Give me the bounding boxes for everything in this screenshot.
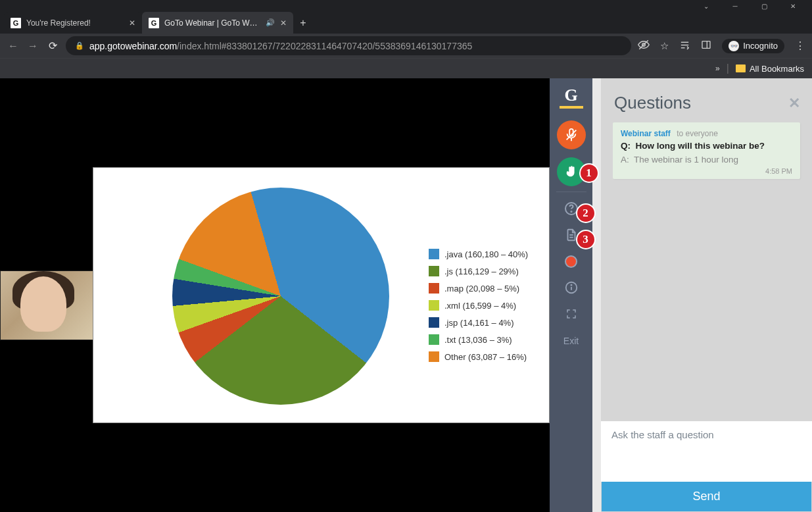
webinar-sidebar: G 1 2 3: [550, 78, 592, 512]
legend-label: .xml (16,599 – 4%): [444, 301, 516, 311]
forward-button[interactable]: →: [26, 40, 39, 52]
close-panel-icon[interactable]: ✕: [788, 95, 800, 112]
questions-panel: Questions ✕ Webinar staff to everyone Q:…: [601, 78, 812, 512]
legend-item: Other (63,087 – 16%): [429, 348, 528, 365]
questions-body: Webinar staff to everyone Q: How long wi…: [601, 122, 812, 421]
tab-gotowebinar[interactable]: G GoTo Webinar | GoTo Webin 🔊 ✕: [142, 12, 293, 34]
hand-icon: [564, 165, 579, 179]
bookmarks-bar: » | All Bookmarks: [0, 58, 812, 78]
legend-label: Other (63,087 – 16%): [444, 352, 527, 362]
incognito-icon: 👓: [728, 41, 739, 51]
qa-question: Q: How long will this webinar be?: [621, 141, 792, 151]
legend-item: .txt (13,036 – 3%): [429, 331, 528, 348]
badge-3: 3: [576, 230, 596, 249]
address-bar[interactable]: 🔒 app.gotowebinar.com/index.html#8338012…: [66, 36, 631, 55]
eye-off-icon[interactable]: [638, 39, 650, 53]
qa-from-staff: Webinar staff: [621, 129, 671, 138]
expand-icon: [565, 308, 577, 320]
legend-item: .java (160,180 – 40%): [429, 245, 528, 263]
qa-card: Webinar staff to everyone Q: How long wi…: [613, 122, 800, 179]
favicon-icon: G: [149, 18, 159, 28]
svg-point-10: [571, 211, 571, 212]
tab-close-icon[interactable]: ✕: [280, 18, 287, 28]
page-content: .java (160,180 – 40%) .js (116,129 – 29%…: [0, 78, 812, 512]
legend-swatch: [429, 249, 439, 259]
question-input[interactable]: [611, 429, 801, 440]
questions-title: Questions: [614, 93, 691, 113]
raise-hand-button[interactable]: 1: [557, 157, 586, 186]
browser-toolbar: ← → ⟳ 🔒 app.gotowebinar.com/index.html#8…: [0, 34, 812, 58]
browser-menu-icon[interactable]: ⋮: [795, 39, 805, 52]
presentation-slide: .java (160,180 – 40%) .js (116,129 – 29%…: [93, 167, 550, 423]
badge-2: 2: [576, 203, 596, 223]
qa-answer: A: The webinar is 1 hour long: [621, 155, 792, 165]
legend-label: .js (116,129 – 29%): [444, 267, 519, 276]
panel-scrollbar[interactable]: [592, 78, 601, 512]
info-button[interactable]: [560, 276, 583, 299]
window-minimize-icon[interactable]: ─: [727, 1, 744, 11]
reload-button[interactable]: ⟳: [46, 39, 59, 52]
legend-swatch: [429, 283, 439, 294]
window-maximize-icon[interactable]: ▢: [755, 1, 773, 11]
mute-mic-button[interactable]: [557, 120, 586, 149]
url-path: /index.html#833801267/722022831146470742…: [177, 41, 472, 51]
tab-close-icon[interactable]: ✕: [129, 18, 135, 28]
handouts-button[interactable]: 3: [560, 224, 583, 246]
questions-header: Questions ✕: [601, 78, 812, 122]
separator: [556, 192, 586, 192]
side-panel-icon[interactable]: [701, 39, 711, 52]
qa-from: Webinar staff to everyone: [621, 129, 792, 138]
qa-q-text: How long will this webinar be?: [636, 141, 765, 151]
legend-swatch: [429, 317, 439, 328]
qa-a-text: The webinar is 1 hour long: [634, 155, 738, 165]
incognito-label: Incognito: [743, 41, 778, 51]
lock-icon: 🔒: [75, 41, 84, 50]
window-collapse-icon[interactable]: ⌄: [698, 1, 715, 11]
legend-swatch: [429, 351, 439, 362]
fullscreen-button[interactable]: [560, 303, 583, 325]
record-icon: [565, 255, 577, 268]
questions-button[interactable]: 2: [560, 197, 583, 220]
new-tab-button[interactable]: +: [293, 12, 313, 34]
presenter-video-thumbnail[interactable]: [0, 270, 93, 340]
incognito-indicator[interactable]: 👓 Incognito: [722, 39, 784, 53]
pie-chart: [172, 188, 389, 405]
send-button[interactable]: Send: [602, 482, 811, 511]
webinar-stage: .java (160,180 – 40%) .js (116,129 – 29%…: [0, 78, 550, 512]
separator: |: [727, 63, 729, 74]
tab-label: GoTo Webinar | GoTo Webin: [164, 18, 260, 28]
legend-swatch: [429, 300, 439, 311]
back-button[interactable]: ←: [7, 40, 20, 52]
legend-label: .map (20,098 – 5%): [444, 284, 519, 294]
window-controls: ⌄ ─ ▢ ✕: [0, 0, 812, 12]
bookmarks-overflow-icon[interactable]: »: [715, 64, 720, 73]
svg-point-15: [571, 285, 571, 286]
url-text: app.gotowebinar.com/index.html#833801267…: [89, 41, 472, 51]
tab-strip: G You're Registered! ✕ G GoTo Webinar | …: [0, 12, 812, 34]
qa-to-label: to everyone: [677, 129, 718, 138]
legend-item: .jsp (14,161 – 4%): [429, 314, 528, 331]
bookmark-star-icon[interactable]: ☆: [660, 40, 669, 52]
tab-registered[interactable]: G You're Registered! ✕: [4, 12, 142, 34]
recording-indicator: [560, 250, 583, 272]
chart-legend: .java (160,180 – 40%) .js (116,129 – 29%…: [429, 245, 528, 365]
reading-list-icon[interactable]: [679, 39, 690, 53]
info-icon: [564, 280, 579, 295]
legend-label: .java (160,180 – 40%): [444, 249, 528, 259]
legend-swatch: [429, 266, 439, 276]
mic-off-icon: [564, 128, 579, 142]
qa-q-prefix: Q:: [621, 141, 631, 151]
folder-icon: [736, 64, 746, 72]
folder-label: All Bookmarks: [750, 64, 804, 74]
exit-button[interactable]: Exit: [563, 336, 579, 346]
badge-1: 1: [579, 163, 599, 183]
legend-label: .jsp (14,161 – 4%): [444, 318, 514, 328]
legend-item: .js (116,129 – 29%): [429, 263, 528, 280]
url-domain: app.gotowebinar.com: [89, 41, 177, 51]
window-close-icon[interactable]: ✕: [784, 1, 801, 11]
all-bookmarks-folder[interactable]: All Bookmarks: [736, 64, 804, 74]
tab-audio-icon[interactable]: 🔊: [266, 18, 275, 27]
favicon-icon: G: [11, 18, 21, 28]
legend-item: .xml (16,599 – 4%): [429, 297, 528, 314]
legend-item: .map (20,098 – 5%): [429, 280, 528, 297]
